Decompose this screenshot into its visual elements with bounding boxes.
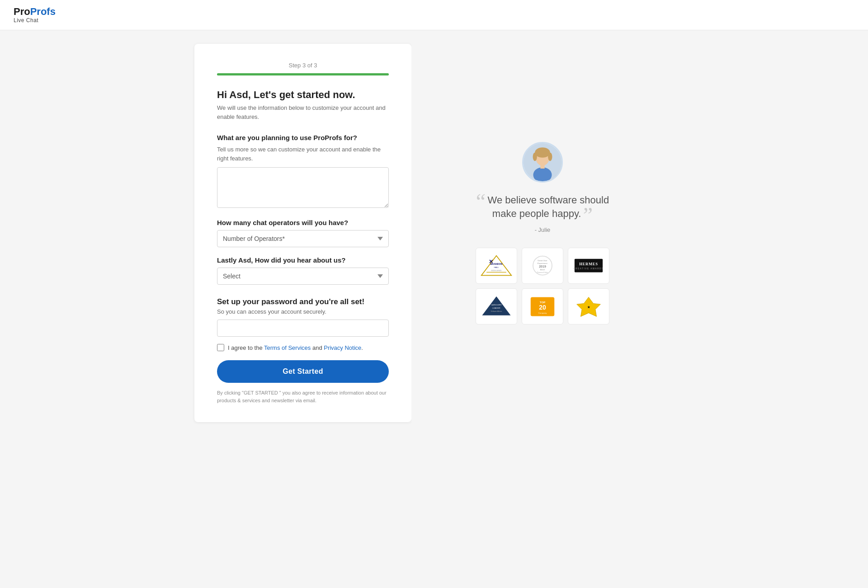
planning-textarea[interactable] bbox=[217, 167, 389, 208]
terms-link[interactable]: Terms of Services bbox=[264, 344, 311, 351]
quote-mark-close: ” bbox=[583, 203, 593, 227]
svg-point-2 bbox=[535, 147, 550, 157]
badge-great-ux: Great User Experience 2019 Award Finance… bbox=[522, 248, 563, 284]
privacy-link[interactable]: Privacy Notice bbox=[324, 344, 361, 351]
heard-label: Lastly Asd, How did you hear about us? bbox=[217, 256, 389, 264]
planning-sublabel: Tell us more so we can customize your ac… bbox=[217, 145, 389, 163]
terms-row: I agree to the Terms of Services and Pri… bbox=[217, 344, 389, 351]
disclaimer-text: By clicking "GET STARTED " you also agre… bbox=[217, 389, 389, 404]
avatar bbox=[522, 142, 563, 183]
logo-pro: Pro bbox=[14, 6, 30, 17]
badge-top-20: TOP 20 Company bbox=[522, 288, 563, 325]
svg-text:✕: ✕ bbox=[489, 259, 493, 265]
badge-brandon-hall: BRANDON HALL EXCELLENCE ✕ bbox=[476, 248, 517, 284]
svg-text:HERMES: HERMES bbox=[579, 262, 598, 266]
quote-mark-open: “ bbox=[476, 189, 486, 213]
operators-label: How many chat operators will you have? bbox=[217, 219, 389, 226]
svg-text:Software Advice: Software Advice bbox=[491, 310, 502, 312]
heard-select[interactable]: Select Google Social Media Friend/Collea… bbox=[217, 268, 389, 285]
operators-select[interactable]: Number of Operators* 1-5 6-10 11-20 21-5… bbox=[217, 230, 389, 247]
svg-text:CATEGORY: CATEGORY bbox=[491, 304, 502, 306]
svg-rect-6 bbox=[540, 164, 544, 168]
quote-author: - Julie bbox=[470, 226, 615, 233]
svg-point-4 bbox=[548, 152, 552, 161]
form-panel: Step 3 of 3 Hi Asd, Let's get started no… bbox=[194, 44, 411, 422]
right-panel: “ We believe software should make people… bbox=[411, 44, 674, 422]
progress-bar bbox=[217, 73, 389, 75]
password-input[interactable] bbox=[217, 320, 389, 337]
badge-hermes: HERMES CREATIVE AWARDS bbox=[568, 248, 609, 284]
svg-text:LEADER: LEADER bbox=[492, 307, 500, 309]
greeting-title: Hi Asd, Let's get started now. bbox=[217, 89, 389, 101]
svg-text:Experience: Experience bbox=[538, 262, 547, 264]
quote-container: “ We believe software should make people… bbox=[470, 193, 615, 234]
greeting-subtitle: We will use the information below to cus… bbox=[217, 103, 389, 121]
svg-point-5 bbox=[533, 167, 552, 183]
svg-text:★: ★ bbox=[587, 306, 590, 309]
header: ProProfs Live Chat bbox=[0, 0, 868, 30]
password-section-title: Set up your password and you're all set! bbox=[217, 297, 389, 306]
get-started-button[interactable]: Get Started bbox=[217, 360, 389, 383]
logo-profs: Profs bbox=[30, 6, 56, 17]
badge-golden: ★ bbox=[568, 288, 609, 325]
password-section-subtitle: So you can access your account securely. bbox=[217, 308, 389, 315]
svg-text:EXCELLENCE: EXCELLENCE bbox=[491, 270, 502, 272]
logo: ProProfs Live Chat bbox=[14, 6, 854, 24]
svg-text:20: 20 bbox=[539, 304, 546, 311]
svg-text:TOP: TOP bbox=[540, 301, 545, 304]
terms-checkbox[interactable] bbox=[217, 344, 224, 351]
planning-label: What are you planning to use ProProfs fo… bbox=[217, 134, 389, 141]
badges-grid: BRANDON HALL EXCELLENCE ✕ Great User Exp… bbox=[476, 248, 609, 325]
step-indicator: Step 3 of 3 bbox=[217, 62, 389, 69]
svg-point-3 bbox=[533, 152, 537, 161]
svg-text:HALL: HALL bbox=[494, 266, 499, 268]
badge-category-leader: CATEGORY LEADER Software Advice bbox=[476, 288, 517, 325]
progress-bar-fill bbox=[217, 73, 389, 75]
logo-subtitle: Live Chat bbox=[14, 18, 38, 24]
svg-text:2019: 2019 bbox=[539, 265, 546, 268]
svg-text:Award: Award bbox=[540, 269, 545, 271]
terms-label: I agree to the Terms of Services and Pri… bbox=[228, 344, 363, 351]
svg-text:FinancesOnline: FinancesOnline bbox=[537, 272, 548, 273]
svg-text:CREATIVE AWARDS: CREATIVE AWARDS bbox=[573, 268, 604, 270]
svg-text:Great User: Great User bbox=[538, 259, 547, 262]
svg-text:Company: Company bbox=[538, 312, 547, 314]
